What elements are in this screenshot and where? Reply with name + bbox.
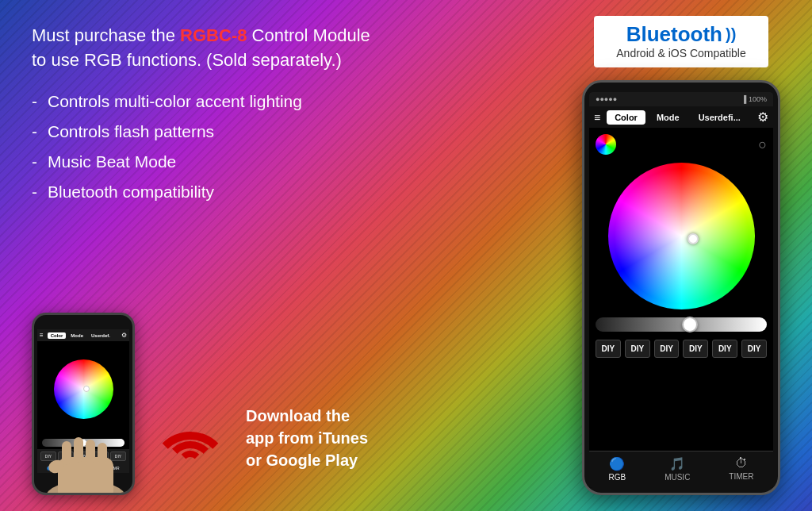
timer-icon: ⏱ bbox=[735, 456, 748, 471]
current-color[interactable] bbox=[596, 134, 616, 155]
diy-btn-large-3[interactable]: DIY bbox=[654, 340, 680, 358]
svg-rect-2 bbox=[62, 441, 71, 465]
menu-icon-small: ≡ bbox=[40, 332, 44, 339]
purchase-suffix: Control Module bbox=[247, 25, 370, 45]
menu-icon-large[interactable]: ≡ bbox=[594, 111, 600, 124]
bluetooth-subtitle: Android & iOS Compatible bbox=[608, 47, 754, 60]
bluetooth-title: Bluetooth )) bbox=[608, 22, 754, 47]
purchase-prefix: Must purchase the bbox=[32, 25, 180, 45]
rgb-label: RGB bbox=[608, 473, 626, 482]
hand-svg bbox=[32, 425, 135, 495]
main-content: Must purchase the RGBC-8 Control Module … bbox=[0, 0, 812, 511]
bluetooth-badge: Bluetooth )) Android & iOS Compatible bbox=[594, 16, 768, 67]
svg-rect-4 bbox=[86, 440, 95, 463]
color-picker-area: ○ DIY DIY DIY DIY DIY bbox=[589, 128, 773, 451]
brightness-slider[interactable] bbox=[596, 317, 767, 332]
bottom-nav-large: 🔵 RGB 🎵 MUSIC ⏱ TIMER bbox=[589, 451, 773, 488]
tab-userdef-large[interactable]: Userdefi... bbox=[691, 110, 749, 125]
wheel-wrapper bbox=[608, 163, 755, 309]
phone-small: ≡ Color Mode Userdef. ⚙ bbox=[32, 313, 135, 495]
music-label: MUSIC bbox=[665, 473, 690, 482]
download-line1: Download the bbox=[246, 407, 350, 425]
feature-1: Controls multi-color accent lighting bbox=[32, 92, 534, 111]
feature-3: Music Beat Mode bbox=[32, 152, 534, 171]
wheel-container-small bbox=[37, 341, 129, 436]
music-icon: 🎵 bbox=[669, 456, 685, 471]
header-text: Must purchase the RGBC-8 Control Module … bbox=[32, 24, 534, 73]
brightness-icon[interactable]: ○ bbox=[758, 136, 767, 153]
diy-btn-large-6[interactable]: DIY bbox=[741, 340, 767, 358]
rgb-icon: 🔵 bbox=[609, 456, 625, 471]
wheel-selector bbox=[688, 233, 699, 244]
features-list: Controls multi-color accent lighting Con… bbox=[32, 92, 534, 213]
phone-small-tabs: ≡ Color Mode Userdef. ⚙ bbox=[37, 329, 129, 341]
diy-btn-large-2[interactable]: DIY bbox=[625, 340, 650, 358]
timer-label: TIMER bbox=[729, 472, 753, 481]
gear-icon-large[interactable]: ⚙ bbox=[757, 110, 768, 125]
tab-user-small[interactable]: Userdef. bbox=[88, 332, 113, 339]
diy-buttons: DIY DIY DIY DIY DIY DIY bbox=[596, 340, 767, 358]
nav-timer-large[interactable]: ⏱ TIMER bbox=[729, 456, 753, 482]
brightness-thumb bbox=[682, 317, 698, 332]
bottom-section: ≡ Color Mode Userdef. ⚙ bbox=[32, 236, 534, 495]
diy-btn-large-4[interactable]: DIY bbox=[683, 340, 708, 358]
phone-large-screen: ●●●●● ▐ 100% ≡ Color Mode Userdefi... ⚙ … bbox=[589, 92, 773, 488]
battery-icon: ▐ 100% bbox=[741, 95, 767, 103]
bluetooth-label: Bluetooth bbox=[626, 22, 722, 47]
tab-mode-large[interactable]: Mode bbox=[649, 110, 688, 125]
right-panel: Bluetooth )) Android & iOS Compatible ●●… bbox=[558, 0, 812, 511]
purchase-line2: to use RGB functions. (Sold separately.) bbox=[32, 50, 342, 70]
feature-4: Bluetooth compatibility bbox=[32, 182, 534, 202]
tab-mode-small[interactable]: Mode bbox=[67, 332, 86, 339]
app-tabs: ≡ Color Mode Userdefi... ⚙ bbox=[589, 106, 773, 128]
download-line3: or Google Play bbox=[246, 451, 358, 469]
carrier-text: ●●●●● bbox=[596, 95, 617, 103]
rgbc-highlight: RGBC-8 bbox=[180, 25, 247, 45]
phone-large: ●●●●● ▐ 100% ≡ Color Mode Userdefi... ⚙ … bbox=[582, 80, 780, 495]
diy-btn-large-1[interactable]: DIY bbox=[596, 340, 621, 358]
svg-rect-3 bbox=[74, 437, 83, 463]
download-text: Download the app from iTunes or Google P… bbox=[246, 405, 368, 471]
status-bar: ●●●●● ▐ 100% bbox=[589, 92, 773, 106]
wifi-arcs bbox=[151, 392, 230, 471]
left-panel: Must purchase the RGBC-8 Control Module … bbox=[0, 0, 558, 511]
svg-rect-5 bbox=[98, 443, 107, 463]
download-line2: app from iTunes bbox=[246, 429, 368, 447]
bluetooth-waves-icon: )) bbox=[726, 25, 736, 44]
tab-color-large[interactable]: Color bbox=[607, 110, 645, 125]
tab-color-small[interactable]: Color bbox=[48, 332, 67, 339]
wheel-dot-small bbox=[83, 386, 90, 392]
feature-2: Controls flash patterns bbox=[32, 122, 534, 141]
wifi-signal-container bbox=[151, 392, 230, 471]
nav-rgb-large[interactable]: 🔵 RGB bbox=[608, 456, 626, 482]
gear-icon-small[interactable]: ⚙ bbox=[121, 332, 127, 339]
color-wheel-large[interactable] bbox=[608, 163, 755, 309]
nav-music-large[interactable]: 🎵 MUSIC bbox=[665, 456, 690, 482]
top-controls: ○ bbox=[596, 134, 767, 155]
diy-btn-large-5[interactable]: DIY bbox=[712, 340, 737, 358]
